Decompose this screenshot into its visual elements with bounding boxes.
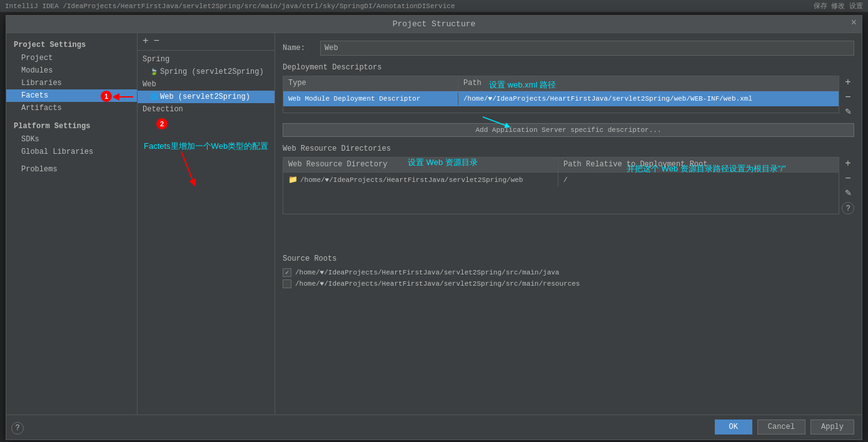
source-root-row-1: ✓ /home/♥/IdeaProjects/HeartFirstJava/se… bbox=[283, 278, 854, 289]
detection-label: Detection bbox=[138, 103, 275, 116]
middle-panel: + − Spring 🍃 Spring (servlet2Spring) Web… bbox=[138, 33, 275, 414]
web-group-label: Web bbox=[138, 78, 275, 91]
spring-icon: 🍃 bbox=[150, 68, 158, 76]
deployment-descriptor-row[interactable]: Web Module Deployment Descriptor /home/♥… bbox=[283, 91, 839, 106]
dialog-title: Project Structure bbox=[393, 19, 476, 29]
dialog-overlay: Project Structure × Project Settings Pro… bbox=[0, 13, 868, 442]
name-label: Name: bbox=[283, 44, 320, 53]
descriptor-path-cell: /home/♥/IdeaProjects/HeartFirstJava/serv… bbox=[458, 93, 839, 105]
wr-dir-cell: 📁 /home/♥/IdeaProjects/HeartFirstJava/se… bbox=[283, 173, 558, 187]
help-wr-button[interactable]: ? bbox=[842, 202, 854, 214]
remove-facet-button[interactable]: − bbox=[154, 36, 160, 46]
facets-tree: Spring 🍃 Spring (servlet2Spring) Web 🌐 W… bbox=[138, 51, 275, 414]
deployment-table: Type Path Web Module Deployment Descript… bbox=[283, 76, 839, 113]
source-roots-section: Source Roots ✓ /home/♥/IdeaProjects/Hear… bbox=[283, 254, 854, 289]
deployment-side-buttons: + − ✎ bbox=[842, 76, 854, 118]
wr-path-cell: / bbox=[558, 174, 839, 186]
wr-side-buttons: + − ✎ ? bbox=[842, 157, 854, 214]
apply-button[interactable]: Apply bbox=[810, 419, 854, 434]
wr-row[interactable]: 📁 /home/♥/IdeaProjects/HeartFirstJava/se… bbox=[283, 173, 839, 188]
wr-path-header: Path Relative to Deployment Root bbox=[558, 158, 839, 172]
sidebar-item-sdks[interactable]: SDKs bbox=[6, 133, 137, 146]
platform-settings-section: Platform Settings bbox=[6, 119, 137, 133]
add-wr-button[interactable]: + bbox=[842, 157, 854, 169]
spring-facet-item[interactable]: 🍃 Spring (servlet2Spring) bbox=[138, 66, 275, 78]
top-bar-buttons: 保存 修改 设置 bbox=[814, 1, 863, 11]
sidebar-item-project[interactable]: Project bbox=[6, 52, 137, 64]
folder-icon: 📁 bbox=[288, 175, 298, 184]
sidebar-item-facets[interactable]: Facets 1 bbox=[6, 89, 137, 102]
deployment-table-area: Type Path Web Module Deployment Descript… bbox=[283, 76, 854, 118]
name-field-row: Name: bbox=[283, 41, 854, 56]
add-server-descriptor-button[interactable]: Add Application Server specific descript… bbox=[283, 123, 854, 137]
sidebar-item-artifacts[interactable]: Artifacts bbox=[6, 102, 137, 114]
remove-wr-button[interactable]: − bbox=[842, 172, 854, 184]
source-root-row-0: ✓ /home/♥/IdeaProjects/HeartFirstJava/se… bbox=[283, 267, 854, 278]
wr-header: Web Resource Directory Path Relative to … bbox=[283, 158, 839, 173]
wr-table-area: Web Resource Directory Path Relative to … bbox=[283, 157, 854, 214]
sidebar-item-libraries[interactable]: Libraries bbox=[6, 77, 137, 89]
source-root-path-1: /home/♥/IdeaProjects/HeartFirstJava/serv… bbox=[295, 280, 580, 288]
arrow-1-icon bbox=[113, 92, 136, 102]
sidebar-item-problems[interactable]: Problems bbox=[6, 163, 137, 176]
edit-wr-button[interactable]: ✎ bbox=[842, 187, 854, 199]
source-root-checkbox-0[interactable]: ✓ bbox=[283, 268, 291, 277]
dialog-body: Project Settings Project Modules Librari… bbox=[6, 33, 862, 414]
close-button[interactable]: × bbox=[850, 18, 857, 28]
type-column-header: Type bbox=[283, 76, 458, 91]
sidebar: Project Settings Project Modules Librari… bbox=[6, 33, 138, 414]
add-descriptor-button[interactable]: + bbox=[842, 76, 854, 88]
web-resource-label: Web Resource Directories bbox=[283, 144, 854, 153]
editor-path: IntelliJ IDEA /IdeaProjects/HeartFirstJa… bbox=[5, 3, 814, 10]
sidebar-divider bbox=[6, 114, 137, 119]
source-roots-label: Source Roots bbox=[283, 254, 854, 263]
cancel-button[interactable]: Cancel bbox=[757, 419, 805, 434]
middle-toolbar: + − bbox=[138, 33, 275, 51]
spring-group-label: Spring bbox=[138, 53, 275, 66]
ok-button[interactable]: OK bbox=[715, 419, 752, 434]
right-panel: Name: Deployment Descriptors Type Path W… bbox=[275, 33, 862, 414]
badge-2: 2 bbox=[156, 118, 168, 129]
deployment-descriptors-label: Deployment Descriptors bbox=[283, 63, 854, 72]
add-facet-button[interactable]: + bbox=[143, 36, 149, 46]
project-structure-dialog: Project Structure × Project Settings Pro… bbox=[6, 15, 862, 440]
web-icon: 🌐 bbox=[150, 93, 158, 101]
wr-dir-header: Web Resource Directory bbox=[283, 158, 558, 172]
deployment-table-header: Type Path bbox=[283, 76, 839, 91]
dialog-title-bar: Project Structure × bbox=[6, 16, 862, 33]
project-settings-section: Project Settings bbox=[6, 38, 137, 52]
web-resource-table: Web Resource Directory Path Relative to … bbox=[283, 157, 839, 214]
wr-callout-area: 设置 Web 资源目录 并把这个 Web 资源目录路径设置为根目录"/" bbox=[283, 219, 854, 244]
remove-descriptor-button[interactable]: − bbox=[842, 91, 854, 103]
name-input[interactable] bbox=[320, 41, 854, 56]
help-button[interactable]: ? bbox=[11, 422, 24, 434]
source-root-checkbox-1[interactable]: ✓ bbox=[283, 279, 291, 288]
path-column-header: Path bbox=[458, 76, 839, 91]
descriptor-type-cell: Web Module Deployment Descriptor bbox=[283, 93, 458, 105]
source-root-path-0: /home/♥/IdeaProjects/HeartFirstJava/serv… bbox=[295, 269, 559, 276]
top-bar: IntelliJ IDEA /IdeaProjects/HeartFirstJa… bbox=[0, 0, 868, 13]
web-facet-item[interactable]: 🌐 Web (servlet2Spring) bbox=[138, 91, 275, 103]
badge-1: 1 bbox=[101, 91, 112, 102]
dialog-footer: ? OK Cancel Apply bbox=[6, 414, 862, 439]
sidebar-divider-2 bbox=[6, 158, 137, 163]
badge-2-area: 2 bbox=[138, 118, 275, 129]
sidebar-item-modules[interactable]: Modules bbox=[6, 64, 137, 77]
edit-descriptor-button[interactable]: ✎ bbox=[842, 106, 854, 118]
sidebar-item-global-libraries[interactable]: Global Libraries bbox=[6, 146, 137, 158]
